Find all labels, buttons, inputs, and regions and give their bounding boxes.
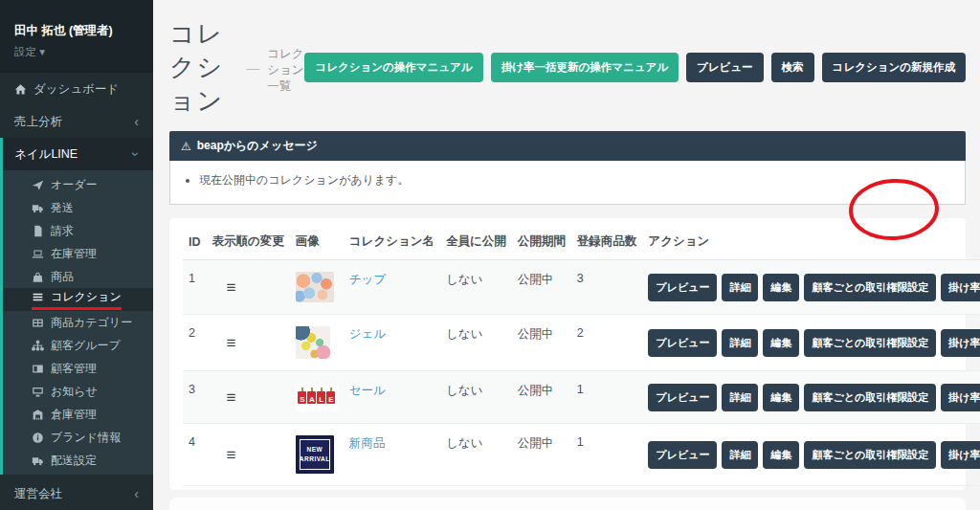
table-row: 1 ≡ チップ しない 公開中 3 プレビュー 詳細 編集 顧客ごとの取引権限設… (183, 260, 980, 315)
title-dash: — (246, 60, 259, 76)
sidebar: 田中 拓也 (管理者) 設定 ▾ ダッシュボード 売上分析 ‹ ネイルLINE … (0, 0, 153, 510)
sidebar-item-sales-analysis[interactable]: 売上分析 ‹ (0, 105, 153, 138)
nail-line-submenu: オーダー 発送 請求 在庫管理 商品 コレクション (3, 170, 153, 475)
sitemap-icon (32, 340, 44, 352)
cell-public-period: 公開中 (512, 371, 571, 424)
laptop-icon (32, 248, 44, 260)
row-detail-button[interactable]: 詳細 (722, 329, 758, 357)
sidebar-item-inventory[interactable]: 在庫管理 (3, 242, 153, 265)
cell-product-count: 2 (571, 315, 643, 371)
sidebar-item-delivery-settings[interactable]: 配送設定 (3, 449, 153, 472)
collection-name-link[interactable]: 新商品 (349, 436, 386, 450)
sidebar-item-customer-management[interactable]: 顧客管理 (3, 357, 153, 380)
row-edit-button[interactable]: 編集 (763, 329, 799, 357)
col-image: 画像 (290, 222, 344, 260)
row-customer-permission-button[interactable]: 顧客ごとの取引権限設定 (804, 274, 936, 301)
sidebar-item-nail-line[interactable]: ネイルLINE › (3, 138, 153, 170)
sidebar-item-customer-groups[interactable]: 顧客グループ (3, 334, 153, 357)
alert-header: ⚠ beapからのメッセージ (169, 131, 966, 161)
invoice-icon (32, 225, 44, 237)
caret-down-icon: ▾ (39, 46, 45, 57)
drag-handle[interactable]: ≡ (212, 279, 251, 296)
chevron-down-icon: › (129, 152, 145, 157)
row-bulk-rate-update-button[interactable]: 掛け率一括更新 (941, 441, 980, 469)
shopping-bag-icon (32, 271, 44, 283)
header-buttons: コレクションの操作マニュアル 掛け率一括更新の操作マニュアル プレビュー 検索 … (304, 53, 966, 82)
row-preview-button[interactable]: プレビュー (648, 274, 717, 301)
sidebar-item-product-categories[interactable]: 商品カテゴリー (3, 311, 153, 334)
row-edit-button[interactable]: 編集 (763, 384, 799, 411)
search-button[interactable]: 検索 (771, 53, 814, 82)
row-edit-button[interactable]: 編集 (763, 274, 799, 301)
sidebar-item-collections[interactable]: コレクション (3, 288, 153, 311)
cell-id: 1 (183, 260, 207, 315)
truck-icon (32, 455, 44, 467)
nail-tips-photo (296, 272, 334, 302)
row-detail-button[interactable]: 詳細 (722, 384, 758, 411)
cell-id: 3 (183, 371, 207, 424)
preview-button[interactable]: プレビュー (686, 53, 764, 82)
row-bulk-rate-update-button[interactable]: 掛け率一括更新 (941, 274, 980, 301)
gel-products-photo (296, 326, 330, 359)
alert-title: beapからのメッセージ (197, 138, 318, 154)
collection-name-link[interactable]: セール (349, 384, 386, 397)
drag-handle[interactable]: ≡ (212, 389, 251, 406)
user-panel: 田中 拓也 (管理者) 設定 ▾ (0, 0, 153, 73)
truck-icon (32, 202, 44, 214)
cell-public-all: しない (440, 315, 512, 371)
cell-public-period: 公開中 (512, 315, 571, 371)
row-edit-button[interactable]: 編集 (763, 441, 799, 469)
page-title: コレクション (169, 17, 233, 118)
home-icon (14, 83, 27, 96)
desktop-icon (32, 386, 44, 398)
cell-product-count: 3 (571, 260, 643, 315)
message-alert: ⚠ beapからのメッセージ 現在公開中のコレクションがあります。 (169, 131, 966, 205)
sidebar-item-brand-info[interactable]: ブランド情報 (3, 426, 153, 449)
id-card-icon (32, 363, 44, 375)
sidebar-item-orders[interactable]: オーダー (3, 173, 153, 196)
bulk-rate-manual-button[interactable]: 掛け率一括更新の操作マニュアル (491, 53, 679, 82)
table-row: 3 ≡ S A L E セール しない (183, 371, 980, 424)
drag-handle[interactable]: ≡ (212, 335, 251, 351)
sidebar-item-shipping[interactable]: 発送 (3, 196, 153, 219)
row-preview-button[interactable]: プレビュー (648, 329, 717, 357)
footer-bar: ホーム › ネイルLINE › コレクション NARIJIBU © 2024 (169, 498, 966, 510)
page-header: コレクション — コレクション一覧 コレクションの操作マニュアル 掛け率一括更新… (169, 17, 966, 118)
row-customer-permission-button[interactable]: 顧客ごとの取引権限設定 (804, 441, 936, 469)
row-bulk-rate-update-button[interactable]: 掛け率一括更新 (941, 329, 980, 357)
col-public-all: 全員に公開 (440, 222, 512, 260)
row-customer-permission-button[interactable]: 顧客ごとの取引権限設定 (804, 329, 936, 357)
cell-id: 4 (183, 424, 207, 486)
sidebar-item-dashboard[interactable]: ダッシュボード (0, 73, 153, 105)
cell-public-all: しない (440, 371, 512, 424)
cell-public-period: 公開中 (512, 260, 571, 315)
sidebar-item-warehouse[interactable]: 倉庫管理 (3, 403, 153, 426)
drag-handle[interactable]: ≡ (212, 447, 251, 463)
sidebar-item-announcements[interactable]: お知らせ (3, 380, 153, 403)
sidebar-item-products[interactable]: 商品 (3, 265, 153, 288)
row-detail-button[interactable]: 詳細 (722, 274, 758, 301)
collection-table: ID 表示順の変更 画像 コレクション名 全員に公開 公開期間 登録商品数 アク… (183, 222, 980, 486)
warehouse-icon (32, 409, 44, 421)
create-collection-button[interactable]: コレクションの新規作成 (822, 53, 966, 82)
cell-public-period: 公開中 (512, 424, 571, 486)
col-product-count: 登録商品数 (571, 222, 643, 260)
cell-product-count: 1 (571, 371, 643, 424)
row-preview-button[interactable]: プレビュー (648, 441, 717, 469)
collection-name-link[interactable]: ジェル (349, 327, 386, 341)
row-actions: プレビュー 詳細 編集 顧客ごとの取引権限設定 掛け率一括更新 (648, 274, 980, 301)
sidebar-item-operating-company[interactable]: 運営会社 ‹ (0, 477, 153, 510)
row-detail-button[interactable]: 詳細 (722, 441, 758, 469)
info-icon (32, 432, 44, 444)
row-bulk-rate-update-button[interactable]: 掛け率一括更新 (941, 384, 980, 411)
warning-triangle-icon: ⚠ (181, 140, 191, 153)
sidebar-item-billing[interactable]: 請求 (3, 219, 153, 242)
category-icon (32, 317, 44, 329)
row-preview-button[interactable]: プレビュー (648, 384, 717, 411)
chevron-left-icon: ‹ (134, 486, 139, 501)
collection-name-link[interactable]: チップ (349, 273, 386, 286)
settings-link[interactable]: 設定 ▾ (14, 45, 139, 59)
row-customer-permission-button[interactable]: 顧客ごとの取引権限設定 (804, 384, 936, 411)
col-collection-name: コレクション名 (344, 222, 440, 260)
collection-manual-button[interactable]: コレクションの操作マニュアル (304, 53, 482, 82)
